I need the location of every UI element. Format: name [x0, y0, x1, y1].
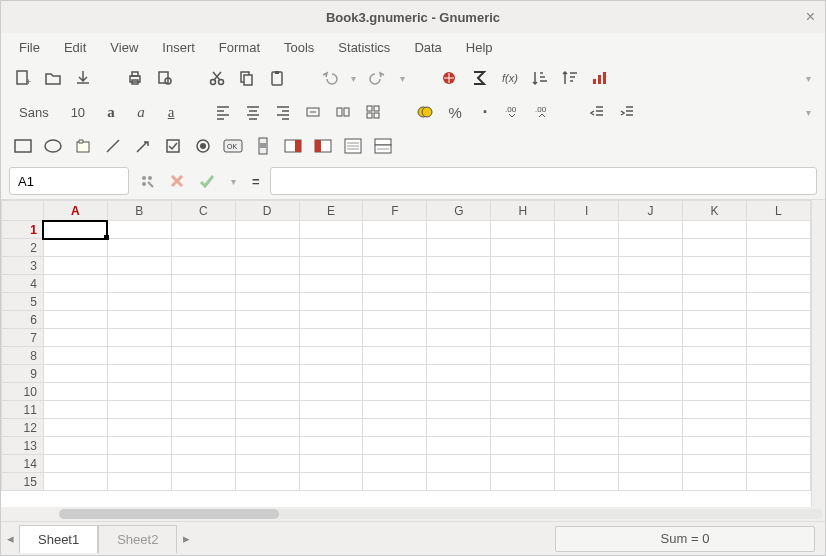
- cell[interactable]: [235, 455, 299, 473]
- cell[interactable]: [491, 221, 555, 239]
- cell[interactable]: [619, 293, 683, 311]
- redo-dropdown-icon[interactable]: ▾: [394, 73, 411, 84]
- cell[interactable]: [427, 221, 491, 239]
- row-header[interactable]: 11: [2, 401, 44, 419]
- print-preview-icon[interactable]: [151, 64, 179, 92]
- cell[interactable]: [491, 365, 555, 383]
- list-icon[interactable]: [339, 132, 367, 160]
- button-icon[interactable]: OK: [219, 132, 247, 160]
- cell[interactable]: [555, 293, 619, 311]
- copy-icon[interactable]: [233, 64, 261, 92]
- column-header[interactable]: I: [555, 201, 619, 221]
- cell[interactable]: [555, 383, 619, 401]
- cell[interactable]: [619, 239, 683, 257]
- cell[interactable]: [235, 293, 299, 311]
- cell[interactable]: [107, 239, 171, 257]
- accept-icon[interactable]: [195, 169, 219, 193]
- bold-icon[interactable]: a: [97, 98, 125, 126]
- cell[interactable]: [746, 455, 810, 473]
- cell[interactable]: [107, 401, 171, 419]
- cell[interactable]: [299, 275, 363, 293]
- frame-icon[interactable]: [69, 132, 97, 160]
- open-icon[interactable]: [39, 64, 67, 92]
- cell[interactable]: [555, 239, 619, 257]
- currency-icon[interactable]: [411, 98, 439, 126]
- row-header[interactable]: 9: [2, 365, 44, 383]
- cell[interactable]: [235, 221, 299, 239]
- align-right-icon[interactable]: [269, 98, 297, 126]
- cell[interactable]: [746, 329, 810, 347]
- percent-icon[interactable]: %: [441, 98, 469, 126]
- cell[interactable]: [427, 311, 491, 329]
- cell[interactable]: [171, 221, 235, 239]
- cell[interactable]: [427, 383, 491, 401]
- cell[interactable]: [427, 275, 491, 293]
- cell[interactable]: [491, 455, 555, 473]
- cell[interactable]: [363, 419, 427, 437]
- sort-asc-icon[interactable]: [525, 64, 553, 92]
- cell[interactable]: [746, 293, 810, 311]
- cell[interactable]: [107, 257, 171, 275]
- cell[interactable]: [299, 383, 363, 401]
- row-header[interactable]: 3: [2, 257, 44, 275]
- cell[interactable]: [746, 221, 810, 239]
- cell[interactable]: [555, 419, 619, 437]
- cell[interactable]: [43, 437, 107, 455]
- cell[interactable]: [299, 329, 363, 347]
- column-header[interactable]: J: [619, 201, 683, 221]
- cell[interactable]: [427, 347, 491, 365]
- cell[interactable]: [491, 311, 555, 329]
- cell[interactable]: [299, 437, 363, 455]
- ellipse-icon[interactable]: [39, 132, 67, 160]
- column-header[interactable]: H: [491, 201, 555, 221]
- equals-icon[interactable]: =: [248, 174, 264, 189]
- cell[interactable]: [491, 347, 555, 365]
- cell[interactable]: [235, 437, 299, 455]
- redo-icon[interactable]: [364, 64, 392, 92]
- cell[interactable]: [619, 473, 683, 491]
- cell[interactable]: [107, 275, 171, 293]
- split-cells-icon[interactable]: [359, 98, 387, 126]
- cell[interactable]: [619, 437, 683, 455]
- cell[interactable]: [171, 347, 235, 365]
- row-header[interactable]: 8: [2, 347, 44, 365]
- cell[interactable]: [299, 239, 363, 257]
- row-header[interactable]: 14: [2, 455, 44, 473]
- cell[interactable]: [299, 419, 363, 437]
- column-header[interactable]: E: [299, 201, 363, 221]
- cell[interactable]: [427, 257, 491, 275]
- menu-help[interactable]: Help: [456, 36, 503, 59]
- cell[interactable]: [43, 419, 107, 437]
- align-center-icon[interactable]: [239, 98, 267, 126]
- cell[interactable]: [363, 275, 427, 293]
- cell[interactable]: [299, 401, 363, 419]
- print-icon[interactable]: [121, 64, 149, 92]
- cell[interactable]: [555, 437, 619, 455]
- cell[interactable]: [555, 473, 619, 491]
- cell[interactable]: [555, 455, 619, 473]
- cell[interactable]: [619, 275, 683, 293]
- function-icon[interactable]: f(x): [495, 64, 523, 92]
- cell[interactable]: [555, 401, 619, 419]
- cell[interactable]: [43, 257, 107, 275]
- cell[interactable]: [619, 383, 683, 401]
- cell[interactable]: [107, 455, 171, 473]
- cell-reference-input[interactable]: [9, 167, 129, 195]
- cell[interactable]: [171, 365, 235, 383]
- cell[interactable]: [746, 419, 810, 437]
- combo-icon[interactable]: [369, 132, 397, 160]
- decrease-indent-icon[interactable]: [583, 98, 611, 126]
- cell[interactable]: [746, 239, 810, 257]
- sort-desc-icon[interactable]: [555, 64, 583, 92]
- undo-dropdown-icon[interactable]: ▾: [345, 73, 362, 84]
- cell[interactable]: [107, 365, 171, 383]
- slider-icon[interactable]: [309, 132, 337, 160]
- cell[interactable]: [107, 473, 171, 491]
- cell[interactable]: [491, 401, 555, 419]
- cell[interactable]: [683, 221, 747, 239]
- cell[interactable]: [683, 239, 747, 257]
- vertical-scrollbar[interactable]: [811, 200, 825, 507]
- cell-grid[interactable]: ABCDEFGHIJKL123456789101112131415: [1, 200, 811, 507]
- merge-cells-icon[interactable]: [329, 98, 357, 126]
- cell[interactable]: [43, 239, 107, 257]
